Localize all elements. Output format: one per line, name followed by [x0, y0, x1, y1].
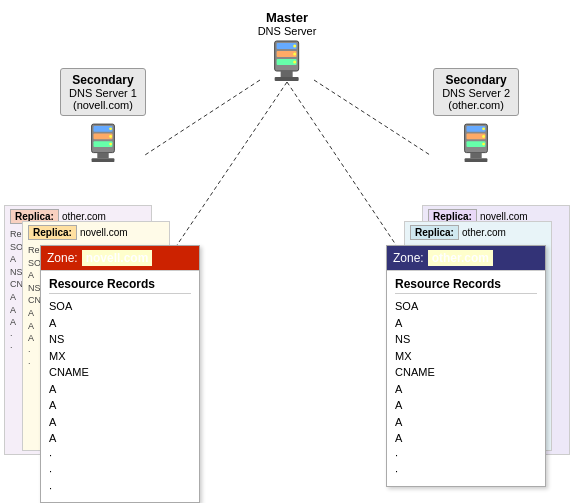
- list-item: MX: [49, 348, 191, 365]
- secondary-right-box: Secondary DNS Server 2 (other.com): [433, 68, 519, 116]
- zone-header-right: Zone: other.com: [387, 246, 545, 270]
- zone-body-left: Resource Records SOA A NS MX CNAME A A A…: [41, 270, 199, 502]
- secondary-left-label: Secondary: [69, 73, 137, 87]
- list-item: CNAME: [395, 364, 537, 381]
- list-item: ·: [395, 463, 537, 480]
- list-item: ·: [49, 463, 191, 480]
- svg-line-1: [314, 80, 430, 155]
- svg-line-2: [175, 82, 287, 248]
- right-replica-tag-2: Replica:: [410, 225, 459, 240]
- list-item: A: [395, 397, 537, 414]
- secondary-right-icon: [457, 120, 495, 170]
- svg-point-10: [294, 45, 297, 48]
- svg-point-29: [482, 135, 485, 138]
- zone-right-records: SOA A NS MX CNAME A A A A · ·: [395, 298, 537, 480]
- svg-rect-18: [92, 158, 115, 162]
- list-item: ·: [395, 447, 537, 464]
- svg-point-19: [109, 127, 112, 130]
- svg-point-28: [482, 127, 485, 130]
- secondary-right-line2: DNS Server 2: [442, 87, 510, 99]
- zone-right-prefix: Zone:: [393, 251, 424, 265]
- list-item: A: [49, 381, 191, 398]
- list-item: ·: [49, 447, 191, 464]
- zone-left-rr-title: Resource Records: [49, 277, 191, 294]
- list-item: ·: [49, 480, 191, 497]
- list-item: NS: [49, 331, 191, 348]
- svg-rect-26: [470, 153, 481, 159]
- secondary-left-line3: (novell.com): [69, 99, 137, 111]
- secondary-left-line2: DNS Server 1: [69, 87, 137, 99]
- svg-rect-17: [97, 153, 108, 159]
- replica-left2-value: novell.com: [80, 227, 128, 238]
- zone-header-left: Zone: novell.com: [41, 246, 199, 270]
- svg-rect-8: [281, 71, 293, 77]
- secondary-left-icon: [84, 120, 122, 170]
- list-item: A: [49, 315, 191, 332]
- zone-left-prefix: Zone:: [47, 251, 78, 265]
- list-item: SOA: [49, 298, 191, 315]
- secondary-right-server: Secondary DNS Server 2 (other.com): [433, 68, 519, 170]
- zone-card-right: Zone: other.com Resource Records SOA A N…: [386, 245, 546, 487]
- list-item: A: [395, 430, 537, 447]
- replica-right2-value: other.com: [462, 227, 506, 238]
- master-server-icon: [267, 37, 307, 89]
- list-item: SOA: [395, 298, 537, 315]
- master-sublabel: DNS Server: [258, 25, 317, 37]
- list-item: A: [395, 414, 537, 431]
- svg-rect-9: [275, 77, 299, 81]
- secondary-right-line3: (other.com): [442, 99, 510, 111]
- svg-line-0: [145, 80, 260, 155]
- zone-right-name: other.com: [428, 250, 493, 266]
- zone-right-rr-title: Resource Records: [395, 277, 537, 294]
- replica-left2-label: Replica:: [33, 227, 72, 238]
- list-item: A: [49, 414, 191, 431]
- svg-point-20: [109, 135, 112, 138]
- master-label: Master: [266, 10, 308, 25]
- list-item: CNAME: [49, 364, 191, 381]
- svg-point-30: [482, 143, 485, 146]
- svg-point-21: [109, 143, 112, 146]
- list-item: A: [395, 381, 537, 398]
- list-item: NS: [395, 331, 537, 348]
- list-item: A: [395, 315, 537, 332]
- zone-body-right: Resource Records SOA A NS MX CNAME A A A…: [387, 270, 545, 486]
- replica-right2-label: Replica:: [415, 227, 454, 238]
- list-item: MX: [395, 348, 537, 365]
- secondary-left-box: Secondary DNS Server 1 (novell.com): [60, 68, 146, 116]
- zone-left-records: SOA A NS MX CNAME A A A A · · ·: [49, 298, 191, 496]
- left-replica-tag-2: Replica:: [28, 225, 77, 240]
- svg-point-11: [294, 53, 297, 56]
- svg-line-3: [287, 82, 398, 248]
- zone-left-name: novell.com: [82, 250, 153, 266]
- zone-card-left: Zone: novell.com Resource Records SOA A …: [40, 245, 200, 503]
- svg-rect-27: [465, 158, 488, 162]
- list-item: A: [49, 397, 191, 414]
- master-server: Master DNS Server: [258, 10, 317, 89]
- svg-point-12: [294, 61, 297, 64]
- secondary-right-label: Secondary: [442, 73, 510, 87]
- list-item: A: [49, 430, 191, 447]
- secondary-left-server: Secondary DNS Server 1 (novell.com): [60, 68, 146, 170]
